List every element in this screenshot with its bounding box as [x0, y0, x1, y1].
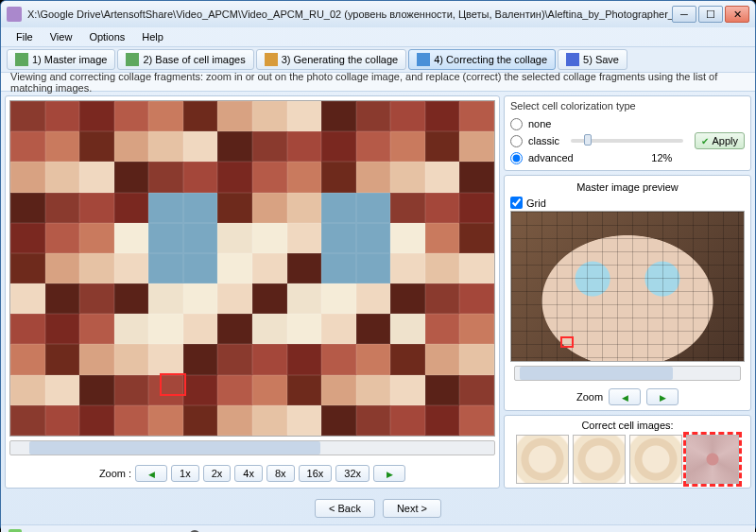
collage-viewport[interactable] — [9, 100, 495, 437]
grid-label: Grid — [526, 197, 546, 209]
slider-percent: 12% — [579, 152, 745, 163]
zoom-16x-button[interactable]: 16x — [299, 465, 333, 482]
cell-images-panel: Correct cell images: — [504, 415, 751, 489]
tab-label: 3) Generating the collage — [282, 54, 399, 65]
menu-file[interactable]: File — [9, 29, 41, 44]
collage-scrollbar[interactable] — [9, 440, 495, 455]
photos-icon — [9, 529, 22, 533]
colorization-panel: Select cell colorization type none class… — [504, 95, 751, 171]
tab-label: 2) Base of cell images — [143, 54, 245, 65]
zoom-2x-button[interactable]: 2x — [203, 465, 232, 482]
app-icon — [7, 7, 22, 22]
zoom-32x-button[interactable]: 32x — [335, 465, 369, 482]
tab-label: 5) Save — [583, 54, 619, 65]
menu-options[interactable]: Options — [81, 29, 132, 44]
cell-candidate-1[interactable] — [516, 435, 569, 484]
panel-title: Correct cell images: — [510, 420, 745, 431]
back-button[interactable]: < Back — [315, 499, 375, 518]
tab-label: 4) Correcting the collage — [434, 54, 547, 65]
instruction-bar: Viewing and correcting collage fragments… — [1, 73, 755, 92]
zoom-out-button[interactable] — [135, 465, 167, 482]
wizard-nav: < Back Next > — [1, 492, 755, 524]
apply-button[interactable]: Apply — [695, 132, 745, 149]
zoom-controls: Zoom : 1x 2x 4x 8x 16x 32x — [6, 459, 499, 488]
preview-scrollbar[interactable] — [514, 366, 741, 381]
tab-master-image[interactable]: 1) Master image — [7, 49, 115, 70]
zoom-1x-button[interactable]: 1x — [171, 465, 199, 482]
radio-label: advanced — [528, 152, 574, 163]
menubar: File View Options Help — [1, 27, 755, 46]
colorization-slider[interactable] — [571, 139, 683, 143]
radio-classic[interactable] — [510, 135, 523, 147]
app-window: X:\Google Drive\ArtensoftShare\Video_APC… — [0, 0, 756, 532]
preview-viewport[interactable] — [510, 211, 745, 362]
radio-label: classic — [528, 135, 559, 146]
titlebar: X:\Google Drive\ArtensoftShare\Video_APC… — [1, 1, 755, 27]
radio-none[interactable] — [510, 118, 523, 130]
zoom-in-button[interactable] — [373, 465, 405, 482]
step-tabs: 1) Master image 2) Base of cell images 3… — [1, 46, 755, 73]
zoom-4x-button[interactable]: 4x — [234, 465, 263, 482]
preview-zoom-in[interactable] — [646, 388, 679, 405]
tab-generating-collage[interactable]: 3) Generating the collage — [256, 49, 407, 70]
tab-save[interactable]: 5) Save — [558, 49, 627, 70]
panel-title: Master image preview — [510, 180, 745, 195]
menu-view[interactable]: View — [43, 29, 80, 44]
cube-icon — [417, 53, 430, 66]
close-button[interactable]: ✕ — [725, 6, 749, 23]
preview-selected-cell — [560, 336, 574, 348]
save-icon — [566, 53, 579, 66]
selected-cell-marker — [160, 373, 186, 396]
tab-label: 1) Master image — [32, 54, 107, 65]
preview-zoom-label: Zoom — [576, 391, 603, 403]
cell-candidate-3[interactable] — [629, 435, 682, 484]
radio-label: none — [528, 118, 551, 129]
next-button[interactable]: Next > — [383, 499, 441, 518]
minimize-button[interactable]: ─ — [672, 6, 696, 23]
image-icon — [15, 53, 28, 66]
grid-icon — [126, 53, 139, 66]
apply-label: Apply — [712, 135, 738, 146]
radio-advanced[interactable] — [510, 152, 523, 164]
zoom-label: Zoom : — [99, 468, 131, 479]
collage-pane: Zoom : 1x 2x 4x 8x 16x 32x — [5, 95, 500, 489]
preview-panel: Master image preview Grid Zoom — [504, 175, 751, 411]
tab-correcting-collage[interactable]: 4) Correcting the collage — [408, 49, 556, 70]
zoom-8x-button[interactable]: 8x — [266, 465, 295, 482]
statusbar: Indexed photos (selected): 1130 (15894/1… — [1, 524, 755, 532]
instruction-text: Viewing and correcting collage fragments… — [10, 71, 746, 94]
cell-candidate-2[interactable] — [573, 435, 626, 484]
window-title: X:\Google Drive\ArtensoftShare\Video_APC… — [27, 9, 672, 20]
tab-base-cell-images[interactable]: 2) Base of cell images — [117, 49, 253, 70]
preview-zoom-out[interactable] — [609, 388, 641, 405]
grid-overlay — [511, 212, 744, 361]
grid-checkbox[interactable] — [510, 197, 523, 209]
cell-candidate-4-selected[interactable] — [686, 435, 739, 484]
maximize-button[interactable]: ☐ — [698, 6, 723, 23]
panel-title: Select cell colorization type — [510, 100, 745, 112]
menu-help[interactable]: Help — [134, 29, 171, 44]
wand-icon — [265, 53, 278, 66]
